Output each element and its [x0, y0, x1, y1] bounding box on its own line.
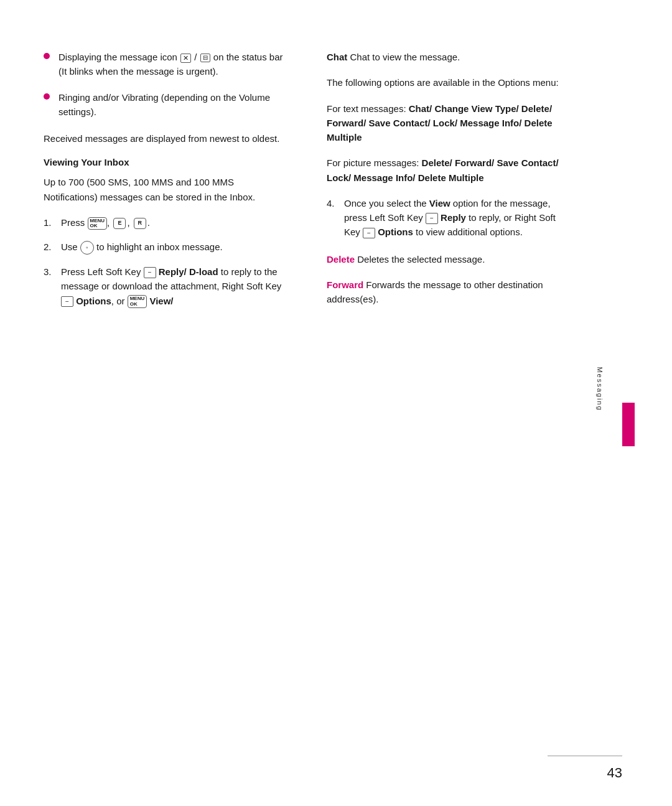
left-soft-key-icon-2: − [426, 213, 438, 224]
step-number-3: 3. [44, 265, 57, 279]
step-number-4: 4. [327, 196, 340, 210]
left-soft-key-icon: − [144, 267, 156, 278]
list-item: 1. Press MENUOK, E, R. [44, 215, 289, 230]
list-item: 2. Use ◦ to highlight an inbox message. [44, 240, 289, 255]
options-intro: The following options are available in t… [327, 75, 572, 90]
bullet-dot [44, 53, 50, 59]
inbox-capacity-para: Up to 700 (500 SMS, 100 MMS and 100 MMS … [44, 175, 289, 204]
step-2-content: Use ◦ to highlight an inbox message. [61, 240, 289, 255]
step-4-item: 4. Once you select the View option for t… [327, 196, 572, 240]
page-container: Displaying the message icon ✕ / ⊟ on the… [0, 0, 672, 806]
forward-para: Forward Forwards the message to other de… [327, 278, 572, 307]
list-item: Displaying the message icon ✕ / ⊟ on the… [44, 50, 289, 79]
sidebar-messaging-label: Messaging [596, 367, 604, 411]
message-grid-icon: ⊟ [200, 54, 210, 62]
forward-label: Forward [327, 279, 363, 290]
page-divider [548, 756, 622, 756]
bullet-dot [44, 93, 50, 100]
right-sidebar: Messaging [597, 50, 635, 756]
delete-para: Delete Deletes the selected message. [327, 252, 572, 266]
step-number-2: 2. [44, 240, 57, 254]
page-number: 43 [607, 765, 622, 781]
right-column: Chat Chat to view the message. The follo… [314, 50, 572, 756]
list-item: 3. Press Left Soft Key − Reply/ D-load t… [44, 265, 289, 308]
bullet-text-2: Ringing and/or Vibrating (depending on t… [58, 90, 289, 119]
ok-key-icon: MENUOK [128, 295, 147, 309]
chat-line: Chat Chat to view the message. [327, 50, 572, 64]
delete-text: Deletes the selected message. [357, 254, 485, 265]
text-messages-options: For text messages: Chat/ Change View Typ… [327, 101, 572, 145]
left-column: Displaying the message icon ✕ / ⊟ on the… [44, 50, 289, 756]
step-3-content: Press Left Soft Key − Reply/ D-load to r… [61, 265, 289, 308]
bullet-list: Displaying the message icon ✕ / ⊟ on the… [44, 50, 289, 119]
step-1-content: Press MENUOK, E, R. [61, 215, 289, 230]
nav-key-icon: ◦ [80, 241, 94, 255]
delete-label: Delete [327, 254, 355, 265]
menu-key-icon: MENUOK [88, 217, 108, 230]
step-4-content: Once you select the View option for the … [344, 196, 572, 240]
sidebar-accent-bar [622, 403, 635, 446]
right-soft-key-icon-2: − [363, 228, 375, 239]
step-number-1: 1. [44, 215, 57, 230]
bullet-text-1: Displaying the message icon ✕ / ⊟ on the… [58, 50, 289, 79]
viewing-inbox-heading: Viewing Your Inbox [44, 157, 289, 167]
r-key-icon: R [134, 218, 146, 229]
main-content: Displaying the message icon ✕ / ⊟ on the… [0, 0, 672, 806]
received-messages-para: Received messages are displayed from new… [44, 131, 289, 146]
picture-messages-options: For picture messages: Delete/ Forward/ S… [327, 156, 572, 185]
e-key-icon: E [113, 218, 126, 229]
steps-list: 1. Press MENUOK, E, R. 2. Use ◦ to highl… [44, 215, 289, 309]
message-envelope-icon: ✕ [180, 54, 191, 63]
right-soft-key-icon: − [61, 296, 73, 307]
list-item: Ringing and/or Vibrating (depending on t… [44, 90, 289, 119]
